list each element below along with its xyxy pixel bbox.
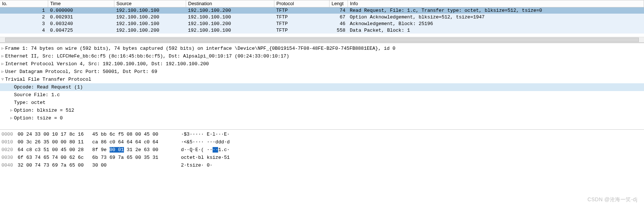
hex-bytes: 00 24 33 00 10 17 8c 16 45 bb 6c f5 08 0… (18, 130, 176, 138)
chevron-right-icon[interactable]: ▷ (9, 114, 14, 122)
cell-src: 192.100.100.100 (114, 7, 186, 14)
hex-row[interactable]: 002064 c8 c3 51 00 45 00 28 8f 9e 00 01 … (0, 146, 644, 154)
hex-ascii: octet·bl ksize·51 (176, 154, 230, 161)
tree-label: Type: octet (14, 99, 46, 107)
cell-src: 192.100.100.200 (114, 14, 186, 20)
cell-dst: 192.100.100.100 (186, 27, 274, 34)
col-header-length[interactable]: Lengt (329, 0, 348, 7)
chevron-right-icon[interactable]: ▷ (0, 60, 5, 68)
col-header-source[interactable]: Source (114, 0, 186, 7)
chevron-right-icon[interactable]: ▷ (0, 45, 5, 52)
tree-tftp-option-tsize[interactable]: ▷Option: tsize = 0 (0, 114, 644, 122)
tree-label: Option: tsize = 0 (14, 114, 63, 122)
hex-bytes: 32 00 74 73 69 7a 65 00 30 00 (18, 161, 176, 169)
cell-proto: TFTP (274, 27, 329, 34)
hex-ascii: ·$3····· E·l···E· (176, 130, 230, 138)
cell-info: Read Request, File: 1.c, Transfer type: … (348, 7, 644, 14)
chevron-down-icon[interactable]: ▽ (0, 76, 5, 83)
tree-tftp-srcfile[interactable]: Source File: 1.c (0, 91, 644, 99)
col-header-no[interactable]: lo. (0, 0, 48, 7)
hex-offset: 0040 (0, 161, 18, 169)
hex-dump-pane[interactable]: 000000 24 33 00 10 17 8c 16 45 bb 6c f5 … (0, 129, 644, 185)
tree-label: Trivial File Transfer Protocol (5, 76, 91, 83)
tree-tftp-option-blksize[interactable]: ▷Option: blksize = 512 (0, 107, 644, 114)
tree-label: Internet Protocol Version 4, Src: 192.10… (5, 60, 209, 68)
tree-label: Opcode: Read Request (1) (14, 83, 83, 91)
chevron-right-icon[interactable]: ▷ (9, 107, 14, 114)
cell-time: 0.000000 (48, 7, 114, 14)
table-row[interactable]: 40.004725192.100.100.200192.100.100.100T… (0, 27, 644, 34)
packet-list-header-row[interactable]: lo. Time Source Destination Protocol Len… (0, 0, 644, 7)
hex-row[interactable]: 004032 00 74 73 69 7a 65 00 30 002·tsize… (0, 161, 644, 169)
tree-ip[interactable]: ▷Internet Protocol Version 4, Src: 192.1… (0, 60, 644, 68)
hex-bytes: 00 3c 26 35 00 00 80 11 ca 86 c0 64 64 6… (18, 138, 176, 146)
col-header-info[interactable]: Info (348, 0, 644, 7)
cell-time: 0.004725 (48, 27, 114, 34)
cell-info: Option Acknowledgement, blksize=512, tsi… (348, 14, 644, 20)
tree-label: Ethernet II, Src: LCFCHeFe_bb:6c:f5 (8c:… (5, 52, 289, 60)
hex-ascii: ·<&5···· ···ddd·d (176, 138, 230, 146)
tree-label: Frame 1: 74 bytes on wire (592 bits), 74… (5, 45, 395, 52)
cell-len: 74 (329, 7, 348, 14)
hex-offset: 0000 (0, 130, 18, 138)
watermark-text: CSDN @沧海一笑-dj (587, 196, 637, 203)
ascii-highlight: ·· (213, 147, 218, 153)
cell-info: Data Packet, Block: 1 (348, 27, 644, 34)
tree-label: Option: blksize = 512 (14, 107, 74, 114)
cell-proto: TFTP (274, 7, 329, 14)
table-row[interactable]: 20.002931192.100.100.200192.100.100.100T… (0, 14, 644, 20)
hex-row[interactable]: 001000 3c 26 35 00 00 80 11 ca 86 c0 64 … (0, 138, 644, 146)
cell-info: Acknowledgement, Block: 25196 (348, 20, 644, 27)
packet-list-hscrollbar[interactable] (0, 37, 644, 43)
cell-proto: TFTP (274, 14, 329, 20)
hex-ascii: 2·tsize· 0· (176, 161, 213, 169)
hex-row[interactable]: 00306f 63 74 65 74 00 62 6c 6b 73 69 7a … (0, 154, 644, 161)
tree-label: User Datagram Protocol, Src Port: 50001,… (5, 68, 157, 76)
cell-no: 3 (0, 20, 48, 27)
chevron-right-icon[interactable]: ▷ (0, 52, 5, 60)
col-header-time[interactable]: Time (48, 0, 114, 7)
cell-no: 2 (0, 14, 48, 20)
col-header-destination[interactable]: Destination (186, 0, 274, 7)
cell-time: 0.002931 (48, 14, 114, 20)
table-row[interactable]: 10.000000192.100.100.100192.100.100.200T… (0, 7, 644, 14)
tree-tftp[interactable]: ▽Trivial File Transfer Protocol (0, 76, 644, 83)
cell-dst: 192.100.100.100 (186, 14, 274, 20)
hex-row[interactable]: 000000 24 33 00 10 17 8c 16 45 bb 6c f5 … (0, 130, 644, 138)
hex-offset: 0020 (0, 146, 18, 154)
tree-ethernet[interactable]: ▷Ethernet II, Src: LCFCHeFe_bb:6c:f5 (8c… (0, 52, 644, 60)
hex-offset: 0010 (0, 138, 18, 146)
hex-ascii: d··Q·E·( ····1.c· (176, 146, 230, 154)
tree-label: Source File: 1.c (14, 91, 60, 99)
cell-len: 558 (329, 27, 348, 34)
cell-no: 4 (0, 27, 48, 34)
hex-bytes: 64 c8 c3 51 00 45 00 28 8f 9e 00 01 31 2… (18, 146, 176, 154)
col-header-protocol[interactable]: Protocol (274, 0, 329, 7)
hex-highlight: 00 01 (110, 147, 124, 153)
cell-no: 1 (0, 7, 48, 14)
packet-list-table: lo. Time Source Destination Protocol Len… (0, 0, 644, 34)
tree-tftp-type[interactable]: Type: octet (0, 99, 644, 107)
cell-dst: 192.100.100.200 (186, 7, 274, 14)
cell-len: 67 (329, 14, 348, 20)
hex-offset: 0030 (0, 154, 18, 161)
cell-proto: TFTP (274, 20, 329, 27)
cell-src: 192.100.100.200 (114, 27, 186, 34)
cell-dst: 192.100.100.200 (186, 20, 274, 27)
scrollbar-thumb[interactable] (5, 38, 639, 42)
cell-time: 0.003240 (48, 20, 114, 27)
cell-src: 192.100.100.100 (114, 20, 186, 27)
hex-bytes: 6f 63 74 65 74 00 62 6c 6b 73 69 7a 65 0… (18, 154, 176, 161)
packet-details-pane[interactable]: ▷Frame 1: 74 bytes on wire (592 bits), 7… (0, 43, 644, 129)
cell-len: 46 (329, 20, 348, 27)
packet-list-pane[interactable]: lo. Time Source Destination Protocol Len… (0, 0, 644, 37)
chevron-right-icon[interactable]: ▷ (0, 68, 5, 76)
tree-tftp-opcode[interactable]: Opcode: Read Request (1) (0, 83, 644, 91)
table-row[interactable]: 30.003240192.100.100.100192.100.100.200T… (0, 20, 644, 27)
tree-frame[interactable]: ▷Frame 1: 74 bytes on wire (592 bits), 7… (0, 45, 644, 52)
tree-udp[interactable]: ▷User Datagram Protocol, Src Port: 50001… (0, 68, 644, 76)
